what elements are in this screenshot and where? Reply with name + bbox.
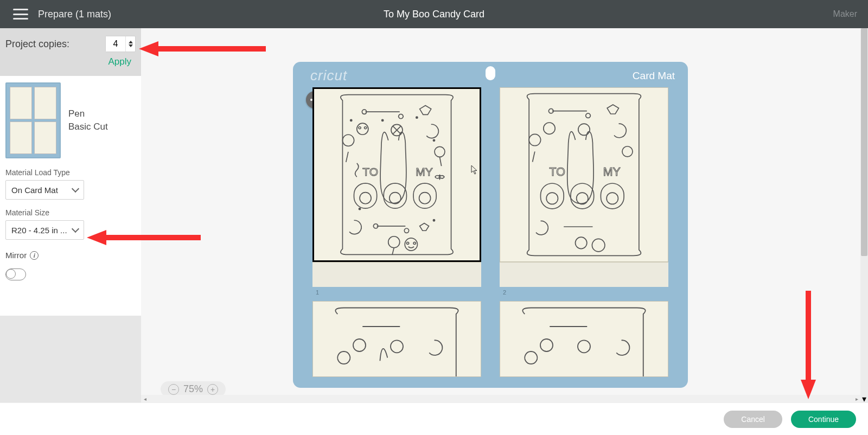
scroll-left-icon[interactable]: ◂ [141, 395, 149, 402]
copies-increment-icon[interactable] [129, 41, 133, 43]
project-copies-label: Project copies: [5, 39, 69, 50]
mat-operation-1: Pen [68, 108, 108, 119]
card-design-art: TO MY [500, 88, 668, 261]
svg-point-26 [577, 193, 588, 204]
svg-rect-23 [541, 183, 564, 209]
svg-rect-8 [413, 183, 436, 208]
svg-text:TO: TO [550, 165, 565, 178]
svg-rect-27 [601, 183, 624, 209]
scroll-down-icon[interactable]: ▾ [860, 395, 868, 402]
top-bar: Prepare (1 mats) To My Boo Candy Card Ma… [0, 0, 868, 28]
svg-point-32 [353, 339, 366, 351]
svg-point-10 [388, 236, 400, 248]
project-copies-input[interactable] [106, 36, 125, 52]
mat-notch [486, 66, 495, 80]
svg-text:TO: TO [362, 165, 378, 178]
bottom-bar: Cancel Continue [0, 402, 868, 435]
svg-point-19 [544, 123, 555, 134]
svg-point-18 [433, 220, 435, 221]
chevron-down-icon [72, 185, 79, 193]
svg-point-30 [592, 239, 604, 251]
card-slot-4[interactable] [500, 301, 668, 377]
card-slot-3[interactable] [312, 301, 481, 377]
zoom-out-button[interactable]: − [168, 384, 179, 395]
mat-operation-2: Basic Cut [68, 121, 108, 132]
card-slot-1[interactable]: TO MY [312, 87, 481, 287]
svg-rect-4 [354, 183, 377, 208]
svg-point-16 [433, 139, 435, 141]
card-slot-2[interactable]: TO MY [500, 87, 668, 287]
svg-point-7 [390, 193, 401, 204]
toggle-knob [6, 269, 16, 279]
mirror-toggle[interactable] [5, 268, 26, 280]
canvas[interactable]: cricut Card Mat [141, 28, 868, 402]
copies-decrement-icon[interactable] [129, 44, 133, 47]
project-copies-panel: Project copies: Apply [0, 28, 141, 76]
mirror-label: Mirror [5, 251, 27, 260]
menu-hamburger-icon[interactable] [13, 9, 28, 20]
svg-point-31 [622, 146, 633, 157]
svg-point-20 [578, 124, 590, 135]
card-design-art [313, 302, 481, 376]
svg-point-15 [350, 119, 352, 121]
svg-point-29 [576, 237, 587, 248]
material-load-type-select[interactable]: On Card Mat [5, 180, 84, 200]
annotation-arrow-3 [801, 291, 816, 399]
project-title: To My Boo Candy Card [384, 9, 484, 20]
horizontal-scrollbar[interactable]: ◂ ▸ [141, 395, 860, 402]
slot-number-2: 2 [503, 289, 506, 296]
material-load-type-label: Material Load Type [5, 168, 136, 177]
cricut-logo: cricut [310, 67, 347, 84]
vertical-scrollbar[interactable]: ▾ [860, 28, 868, 402]
scroll-right-icon[interactable]: ▸ [853, 395, 860, 402]
info-icon[interactable]: i [30, 251, 39, 260]
svg-point-12 [435, 146, 445, 157]
svg-point-17 [359, 208, 360, 210]
empty-panel [0, 316, 141, 402]
continue-button[interactable]: Continue [791, 411, 856, 428]
material-load-type-setting: Material Load Type On Card Mat [0, 165, 141, 205]
annotation-arrow-2 [87, 230, 201, 245]
card-design-art [500, 302, 668, 376]
svg-point-28 [607, 193, 618, 204]
material-size-select[interactable]: R20 - 4.25 in ... [5, 220, 84, 240]
material-size-label: Material Size [5, 208, 136, 217]
page-title: Prepare (1 mats) [38, 9, 111, 20]
mat-thumbnail [5, 82, 61, 158]
svg-point-35 [578, 340, 590, 353]
sidebar: Project copies: Apply Pen Basic Cut [0, 28, 141, 402]
zoom-value: 75% [183, 383, 203, 395]
card-design-art: TO MY [314, 89, 480, 260]
svg-point-34 [540, 339, 553, 351]
svg-point-33 [391, 340, 403, 353]
scrollbar-thumb[interactable] [861, 28, 867, 256]
apply-button[interactable]: Apply [5, 56, 136, 67]
svg-point-5 [360, 193, 371, 204]
svg-point-9 [419, 193, 431, 204]
zoom-in-button[interactable]: + [207, 384, 218, 395]
project-copies-stepper[interactable] [105, 36, 136, 52]
svg-text:MY: MY [416, 165, 433, 178]
svg-text:MY: MY [603, 165, 621, 178]
cancel-button[interactable]: Cancel [724, 411, 782, 428]
svg-point-24 [546, 193, 558, 204]
mat-list-item[interactable]: Pen Basic Cut [0, 76, 141, 165]
annotation-arrow-1 [139, 41, 269, 56]
chevron-down-icon [72, 225, 79, 233]
svg-point-14 [382, 119, 384, 121]
mat-preview: cricut Card Mat [293, 62, 688, 388]
svg-point-13 [416, 117, 418, 118]
device-label: Maker [833, 9, 857, 19]
mat-type-label: Card Mat [633, 70, 675, 82]
cursor-icon [471, 165, 478, 177]
slot-number-1: 1 [316, 289, 319, 296]
